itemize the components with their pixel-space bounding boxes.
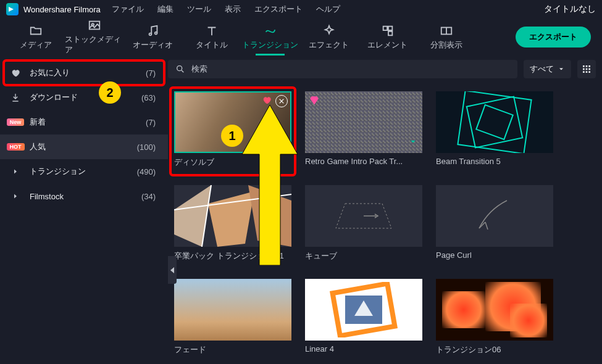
download-icon (9, 93, 22, 102)
sidebar-transition-label: トランジション (30, 166, 130, 177)
category-tabs: メディア ストックメディア オーディオ タイトル トランジション エフェクト エ… (0, 19, 602, 56)
card-fade[interactable]: フェード (174, 279, 291, 355)
menu-bar: ファイル 編集 ツール 表示 エクスポート ヘルプ (112, 4, 340, 15)
tab-media[interactable]: メディア (6, 19, 65, 56)
card-title: Linear 4 (305, 344, 422, 354)
sidebar-item-favorites[interactable]: お気に入り (7) (0, 60, 168, 85)
sidebar-download-label: ダウンロード (30, 92, 134, 103)
svg-rect-14 (588, 68, 590, 70)
tab-element[interactable]: エレメント (358, 19, 417, 56)
sidebar-item-filmstock[interactable]: Filmstock (34) (0, 184, 168, 209)
add-button[interactable]: + (274, 136, 288, 149)
sidebar-popular-label: 人気 (30, 141, 130, 152)
music-icon (146, 24, 160, 38)
tab-stock[interactable]: ストックメディア (65, 19, 123, 56)
sidebar-transition-count: (490) (137, 167, 156, 176)
svg-rect-6 (388, 26, 391, 30)
card-linear[interactable]: Linear 4 (305, 279, 422, 355)
menu-tool[interactable]: ツール (187, 4, 211, 15)
svg-rect-5 (388, 31, 391, 35)
filmora-logo-icon (6, 3, 19, 15)
card-cube[interactable]: キューブ (305, 185, 422, 262)
card-retro[interactable]: Retro Game Intro Pack Tr... (305, 91, 422, 168)
transition-icon (264, 24, 277, 38)
tab-audio[interactable]: オーディオ (123, 19, 182, 56)
tab-split[interactable]: 分割表示 (417, 19, 475, 56)
sidebar-item-popular[interactable]: HOT 人気 (100) (0, 134, 168, 159)
heart-icon (9, 68, 22, 78)
text-icon (205, 24, 219, 38)
sidebar: お気に入り (7) ダウンロード (63) New 新着 (7) HOT 人気 … (0, 56, 168, 364)
svg-rect-16 (586, 71, 588, 73)
transition-grid: + ディソルブ Retro Game Intro Pack Tr... (168, 83, 602, 364)
menu-file[interactable]: ファイル (112, 4, 144, 15)
project-title: タイトルなし (544, 4, 596, 15)
card-title: フェード (174, 344, 291, 355)
svg-point-2 (149, 33, 151, 35)
sidebar-favorites-label: お気に入り (30, 67, 138, 78)
sidebar-favorites-count: (7) (146, 68, 156, 78)
thumbnail (305, 185, 422, 247)
card-page-curl[interactable]: Page Curl (436, 185, 553, 262)
thumbnail (305, 279, 422, 341)
card-transition06[interactable]: トランジション06 (436, 279, 553, 355)
sidebar-collapse-handle[interactable] (168, 256, 177, 284)
svg-point-8 (177, 66, 182, 71)
main-panel: 検索 すべて + ディソルブ (168, 56, 602, 364)
card-title: 卒業パック トランジション 01 (174, 250, 291, 262)
tab-audio-label: オーディオ (133, 40, 173, 51)
search-input[interactable]: 検索 (168, 60, 517, 78)
card-beam[interactable]: Beam Transition 5 (436, 91, 553, 168)
card-title: Beam Transition 5 (436, 157, 553, 166)
hot-badge: HOT (9, 143, 22, 151)
tab-element-label: エレメント (367, 40, 408, 51)
filter-dropdown[interactable]: すべて (524, 60, 571, 78)
grid-icon (582, 64, 592, 74)
sidebar-filmstock-count: (34) (141, 192, 156, 201)
heart-icon[interactable] (262, 95, 272, 107)
menu-help[interactable]: ヘルプ (316, 4, 340, 15)
search-placeholder: 検索 (191, 64, 207, 75)
sidebar-item-new[interactable]: New 新着 (7) (0, 110, 168, 134)
svg-marker-18 (174, 185, 211, 247)
grid-view-toggle[interactable] (577, 60, 596, 78)
thumbnail (305, 91, 422, 153)
sidebar-filmstock-label: Filmstock (30, 192, 134, 201)
svg-rect-13 (586, 68, 588, 70)
svg-rect-10 (586, 65, 588, 67)
menu-view[interactable]: 表示 (225, 4, 241, 15)
sidebar-download-count: (63) (141, 93, 156, 102)
card-graduation[interactable]: 卒業パック トランジション 01 (174, 185, 291, 262)
svg-rect-9 (583, 65, 585, 67)
tab-effect[interactable]: エフェクト (299, 19, 358, 56)
tab-media-label: メディア (20, 40, 52, 51)
card-title: Retro Game Intro Pack Tr... (305, 157, 422, 166)
thumbnail (174, 185, 291, 247)
picture-icon (88, 19, 101, 32)
sidebar-item-transition[interactable]: トランジション (490) (0, 159, 168, 184)
svg-rect-11 (588, 65, 590, 67)
sidebar-item-download[interactable]: ダウンロード (63) (0, 85, 168, 110)
export-button[interactable]: エクスポート (516, 27, 591, 48)
menu-edit[interactable]: 編集 (157, 4, 173, 15)
thumbnail (436, 185, 553, 247)
menu-export[interactable]: エクスポート (254, 4, 303, 15)
thumbnail (436, 91, 553, 153)
card-dissolve[interactable]: + ディソルブ (174, 91, 291, 168)
tab-title[interactable]: タイトル (182, 19, 241, 56)
app-logo: Wondershare Filmora (6, 3, 101, 15)
sidebar-new-count: (7) (146, 118, 156, 127)
svg-rect-12 (583, 68, 585, 70)
chevron-left-icon (170, 267, 175, 273)
download-icon[interactable] (408, 136, 419, 149)
svg-rect-15 (583, 71, 585, 73)
sparkle-icon (322, 24, 336, 38)
thumbnail (436, 279, 553, 341)
tab-transition[interactable]: トランジション (241, 19, 299, 56)
preview-icon[interactable] (275, 95, 288, 107)
shapes-icon (381, 24, 395, 38)
tab-stock-label: ストックメディア (65, 35, 123, 56)
tab-split-label: 分割表示 (430, 40, 462, 51)
folder-icon (29, 24, 43, 38)
sidebar-popular-count: (100) (137, 143, 156, 152)
